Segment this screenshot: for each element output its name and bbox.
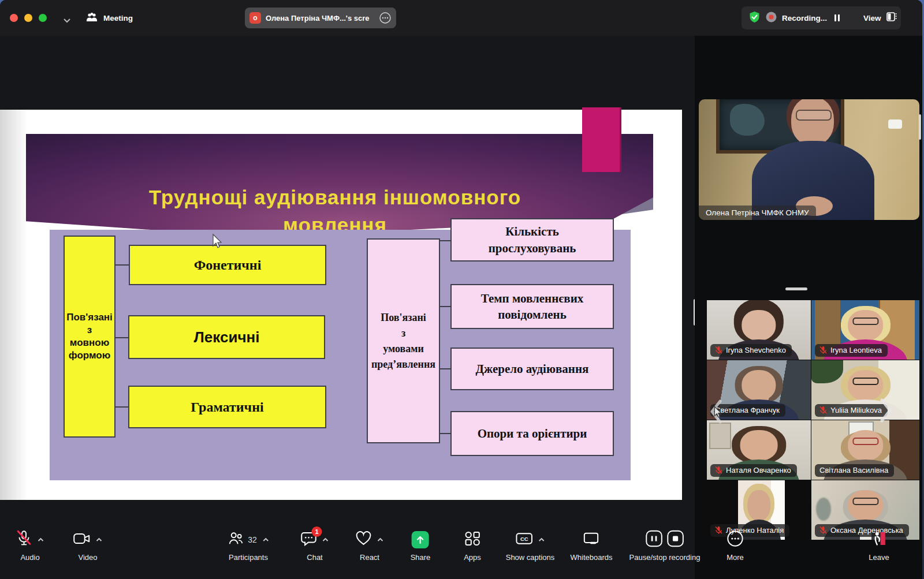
magenta-accent-bar (582, 107, 621, 172)
diagram-box-supports: Опори та орієнтири (450, 411, 614, 456)
recording-indicator-icon (766, 12, 777, 25)
heart-icon (356, 531, 372, 548)
pause-stop-recording-button[interactable]: Pause/stop recording (629, 531, 701, 562)
recording-label: Recording... (782, 14, 827, 23)
background-blur-blob (816, 498, 831, 521)
microphone-muted-icon (16, 530, 32, 550)
sidebar-scrollbar[interactable] (919, 114, 921, 140)
show-captions-button[interactable]: CC Show captions (506, 531, 555, 562)
participant-video-tile[interactable]: Світлана Василівна (811, 420, 919, 480)
whiteboards-button[interactable]: Whiteboards (571, 531, 613, 562)
connector-line (116, 337, 129, 338)
muted-mic-icon (819, 406, 827, 414)
participant-video-tile[interactable]: Yuliia Miliukova (811, 360, 919, 420)
participants-group-icon (85, 12, 98, 24)
chat-button[interactable]: 1 Chat (301, 531, 329, 562)
participants-icon (228, 531, 244, 548)
share-screen-icon (412, 531, 429, 548)
audio-button[interactable]: Audio (16, 531, 44, 562)
shared-screen-tab-title: Олена Петріна ЧМФ...'s scre (266, 14, 374, 23)
share-button[interactable]: Share (411, 531, 431, 562)
slide-title-line1: Труднощі аудіювання іншомовного (49, 186, 621, 209)
connector-line (116, 406, 129, 408)
shared-screen-tab[interactable]: o Олена Петріна ЧМФ...'s scre (245, 8, 396, 28)
meeting-label: Meeting (103, 14, 133, 23)
view-layout-icon[interactable] (886, 12, 897, 24)
react-options-caret[interactable] (377, 537, 384, 542)
participant-name-tag: Iryna Shevchenko (710, 344, 792, 357)
video-sidebar: Олена Петріна ЧМФК ОНМУ Iryna Shevchenko (695, 36, 922, 579)
thermostat (888, 119, 902, 129)
chevron-down-icon[interactable] (63, 15, 71, 25)
shared-app-badge: o (249, 12, 261, 24)
connector-line (439, 433, 452, 434)
plant (811, 360, 843, 383)
titlebar: Meeting o Олена Петріна ЧМФ...'s scre Re… (0, 0, 922, 36)
minimize-window-button[interactable] (24, 14, 32, 22)
diagram-box-speech-tempo: Темп мовленнєвих повідомлень (450, 284, 614, 329)
speaker-video-tile[interactable]: Олена Петріна ЧМФК ОНМУ (699, 99, 919, 220)
shared-screen-area: Труднощі аудіювання іншомовного мовлення… (0, 36, 695, 579)
svg-text:CC: CC (520, 536, 528, 542)
desktop: Meeting o Олена Петріна ЧМФ...'s scre Re… (0, 0, 924, 579)
meeting-menu[interactable]: Meeting (85, 9, 133, 27)
participant-video-tile[interactable]: Наталя Овчаренко (707, 420, 811, 480)
apps-button[interactable]: Apps (464, 531, 481, 562)
zoom-window-button[interactable] (39, 14, 47, 22)
participant-name-tag: Світлана Василівна (815, 464, 894, 477)
apps-icon (464, 531, 480, 548)
muted-mic-icon (715, 466, 722, 475)
presentation-slide: Труднощі аудіювання іншомовного мовлення… (0, 110, 682, 500)
connector-line (439, 240, 452, 241)
chat-options-caret[interactable] (322, 537, 329, 542)
meeting-toolbar: Audio Video 32 Participants (0, 522, 922, 579)
connector-line (439, 306, 452, 307)
connector-line (116, 264, 129, 266)
previous-page-chevron[interactable] (709, 398, 724, 427)
audio-options-caret[interactable] (38, 537, 44, 542)
captions-options-caret[interactable] (538, 537, 545, 542)
react-button[interactable]: React (356, 531, 384, 562)
diagram-right-root-box: Пов'язані з умовами пред’явлення (367, 238, 440, 443)
participant-name-tag: Iryna Leontieva (815, 344, 888, 357)
view-button[interactable]: View (863, 14, 881, 23)
security-shield-icon[interactable] (748, 11, 761, 25)
recording-controls: Recording... View (742, 6, 901, 29)
muted-mic-icon (715, 346, 722, 354)
participant-video-tile[interactable]: Iryna Leontieva (811, 300, 919, 360)
speaker-glasses (796, 110, 832, 121)
diagram-box-audio-source: Джерело аудіювання (450, 348, 614, 390)
participants-count: 32 (248, 535, 257, 544)
participant-name-tag: Yuliia Miliukova (815, 404, 888, 417)
chat-unread-badge: 1 (312, 526, 322, 537)
diagram-box-grammatical: Граматичні (128, 386, 326, 428)
participant-video-tile[interactable]: Iryna Shevchenko (707, 300, 811, 360)
close-window-button[interactable] (10, 14, 18, 22)
leave-button[interactable]: Leave (869, 531, 889, 562)
diagram-left-root-box: Пов'язані з мовною формою (64, 236, 116, 438)
grid-drag-handle[interactable] (785, 287, 807, 290)
whiteboard-icon (583, 532, 599, 548)
speaker-name-tag: Олена Петріна ЧМФК ОНМУ (699, 206, 816, 220)
diagram-box-listen-count: Кількість прослуховувань (450, 218, 614, 262)
next-page-chevron[interactable] (878, 397, 893, 426)
captions-icon: CC (516, 532, 533, 548)
pause-recording-icon[interactable] (645, 530, 662, 550)
video-button[interactable]: Video (73, 531, 103, 562)
diagram-box-lexical: Лексичні (128, 315, 325, 359)
tab-options-icon[interactable] (379, 12, 392, 24)
participant-name-tag: Наталя Овчаренко (710, 464, 797, 477)
connector-line (439, 368, 452, 369)
more-button[interactable]: More (726, 531, 744, 562)
zoom-meeting-window: Meeting o Олена Петріна ЧМФ...'s scre Re… (0, 0, 922, 579)
diagram-box-phonetic: Фонетичні (129, 245, 326, 285)
muted-mic-icon (819, 346, 827, 354)
more-icon (726, 530, 744, 550)
video-options-caret[interactable] (96, 537, 103, 542)
leave-icon (871, 531, 887, 549)
stop-recording-icon[interactable] (666, 530, 684, 550)
participants-button[interactable]: 32 Participants (228, 531, 269, 562)
pause-recording-icon[interactable] (834, 14, 840, 21)
video-camera-icon (73, 532, 91, 548)
participants-options-caret[interactable] (262, 537, 269, 542)
